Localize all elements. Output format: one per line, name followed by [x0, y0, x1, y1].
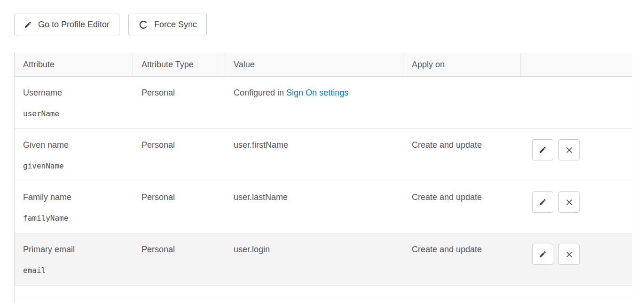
attribute-label: Family name [23, 192, 125, 202]
table-header-row: Attribute Attribute Type Value Apply on [15, 53, 632, 77]
edit-mapping-button[interactable] [532, 139, 553, 160]
table-row-partial [15, 286, 632, 298]
header-attribute: Attribute [15, 53, 133, 76]
remove-x-icon [565, 199, 573, 206]
attribute-type-cell: Personal [133, 233, 225, 285]
edit-pencil-icon [539, 250, 547, 258]
attribute-cell: Primary email email [15, 233, 133, 285]
attribute-type-cell: Personal [133, 181, 225, 233]
apply-on-cell: Create and update [403, 129, 521, 181]
table-row-family-name: Family name familyName Personal user.las… [15, 181, 632, 233]
delete-mapping-button[interactable] [558, 244, 580, 265]
attribute-cell: Family name familyName [15, 181, 133, 233]
attribute-cell: Given name givenName [15, 129, 133, 181]
attribute-cell: Username userName [15, 77, 133, 128]
table-row-given-name: Given name givenName Personal user.first… [15, 129, 632, 181]
pencil-icon [24, 21, 32, 29]
attribute-key: familyName [23, 214, 125, 223]
value-cell: user.lastName [225, 181, 403, 233]
header-apply-on: Apply on [403, 53, 521, 76]
apply-on-cell: Create and update [403, 181, 521, 233]
delete-mapping-button[interactable] [558, 139, 580, 160]
attribute-label: Primary email [23, 245, 125, 255]
row-actions [521, 129, 632, 181]
remove-x-icon [565, 251, 573, 258]
apply-on-cell [403, 77, 521, 128]
header-value: Value [225, 53, 403, 76]
value-cell: Configured in Sign On settings [225, 77, 403, 128]
attribute-key: email [23, 266, 125, 275]
table-row-username: Username userName Personal Configured in… [15, 77, 632, 129]
force-sync-button[interactable]: Force Sync [128, 14, 207, 35]
attribute-mappings-page: { "toolbar": { "buttons": [ { "label": "… [0, 0, 644, 303]
attribute-key: givenName [23, 162, 125, 170]
attribute-type-cell: Personal [133, 77, 225, 128]
row-actions [521, 77, 632, 128]
attribute-mapping-table: Attribute Attribute Type Value Apply on … [14, 53, 632, 303]
toolbar: Go to Profile Editor Force Sync [14, 14, 207, 35]
go-to-profile-editor-label: Go to Profile Editor [38, 20, 110, 30]
apply-on-cell: Create and update [403, 233, 521, 285]
delete-mapping-button[interactable] [558, 191, 580, 213]
edit-mapping-button[interactable] [532, 244, 553, 265]
value-cell: user.login [225, 233, 403, 285]
force-sync-label: Force Sync [154, 20, 197, 30]
sign-on-settings-link[interactable]: Sign On settings [286, 88, 348, 97]
header-actions [521, 53, 632, 76]
attribute-key: userName [23, 110, 125, 118]
row-actions [521, 181, 632, 233]
edit-pencil-icon [539, 198, 547, 206]
remove-x-icon [565, 146, 573, 154]
value-text: Configured in [234, 88, 286, 97]
edit-mapping-button[interactable] [532, 191, 553, 213]
attribute-label: Given name [23, 140, 125, 150]
header-attribute-type: Attribute Type [133, 53, 225, 76]
attribute-type-cell: Personal [133, 129, 225, 181]
value-cell: user.firstName [225, 129, 403, 181]
edit-pencil-icon [539, 146, 547, 154]
table-row-primary-email: Primary email email Personal user.login … [15, 233, 632, 286]
sync-icon [138, 20, 148, 30]
row-actions [521, 233, 632, 285]
attribute-label: Username [23, 88, 125, 98]
go-to-profile-editor-button[interactable]: Go to Profile Editor [14, 14, 119, 35]
